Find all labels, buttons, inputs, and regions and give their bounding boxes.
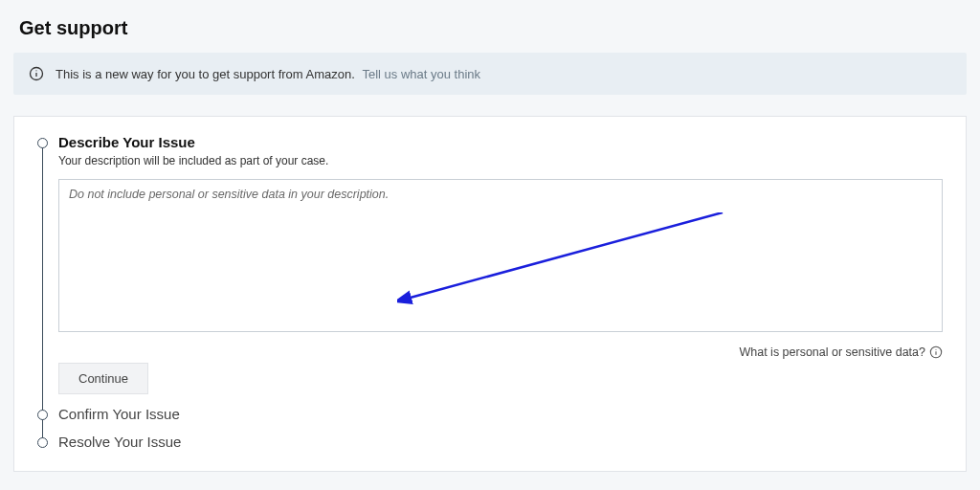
sensitive-data-link[interactable]: What is personal or sensitive data? [739, 345, 925, 359]
svg-point-5 [935, 349, 936, 350]
info-icon [29, 66, 44, 81]
step-describe-title: Describe Your Issue [58, 134, 943, 150]
step-dot-icon [37, 410, 48, 420]
issue-description-input[interactable] [58, 179, 943, 332]
info-banner-message: This is a new way for you to get support… [56, 67, 355, 81]
step-confirm-title: Confirm Your Issue [58, 406, 943, 422]
step-dot-icon [37, 138, 48, 148]
continue-button[interactable]: Continue [58, 363, 148, 394]
step-list: Describe Your Issue Your description wil… [37, 134, 943, 450]
info-icon[interactable] [929, 345, 943, 359]
feedback-link[interactable]: Tell us what you think [363, 67, 481, 81]
step-dot-icon [37, 437, 48, 448]
support-card: Describe Your Issue Your description wil… [13, 116, 967, 472]
svg-point-2 [35, 70, 36, 71]
step-describe-subtitle: Your description will be included as par… [58, 154, 943, 167]
page-title: Get support [19, 17, 967, 39]
step-confirm[interactable]: Confirm Your Issue [58, 406, 943, 422]
info-banner: This is a new way for you to get support… [13, 53, 967, 95]
step-resolve-title: Resolve Your Issue [58, 434, 943, 450]
info-banner-text: This is a new way for you to get support… [56, 67, 480, 81]
step-describe: Describe Your Issue Your description wil… [58, 134, 943, 394]
step-resolve[interactable]: Resolve Your Issue [58, 434, 943, 450]
